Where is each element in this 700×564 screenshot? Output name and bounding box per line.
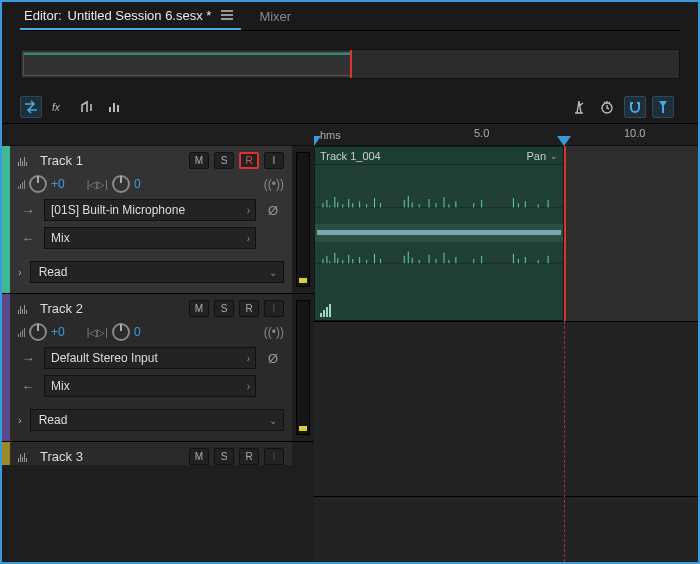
playhead-line[interactable]: [564, 321, 565, 562]
track-output-dropdown[interactable]: Mix ›: [44, 375, 256, 397]
stereo-track-icon: [18, 304, 27, 314]
waveform-left: [315, 165, 563, 224]
input-monitor-button[interactable]: I: [264, 152, 284, 169]
ruler-unit: hms: [320, 129, 341, 141]
toolbar-metronome-icon[interactable]: [568, 96, 590, 118]
track-headers-panel: Track 1 M S R I +0 |◁▷|: [2, 124, 314, 562]
tab-mixer[interactable]: Mixer: [255, 2, 295, 30]
chevron-right-icon: ›: [247, 233, 250, 244]
volume-value[interactable]: +0: [51, 177, 65, 191]
clip-name: Track 1_004: [320, 150, 381, 162]
pan-value[interactable]: 0: [134, 177, 141, 191]
automation-mode-dropdown[interactable]: Read ⌄: [30, 409, 284, 431]
mute-button[interactable]: M: [189, 300, 209, 317]
track-input-dropdown[interactable]: [01S] Built-in Microphone ›: [44, 199, 256, 221]
timeline-ruler[interactable]: hms 5.0 10.0: [314, 124, 698, 146]
chevron-right-icon: ›: [247, 353, 250, 364]
editor-menu-icon[interactable]: [217, 10, 237, 20]
svg-rect-1: [109, 107, 111, 112]
playhead-marker[interactable]: [557, 136, 571, 146]
clip-gain-rail[interactable]: [315, 224, 563, 242]
record-arm-button[interactable]: R: [239, 448, 259, 465]
chevron-down-icon[interactable]: ⌄: [546, 151, 558, 161]
toolbar-snap-icon[interactable]: [624, 96, 646, 118]
automation-mode-dropdown[interactable]: Read ⌄: [30, 261, 284, 283]
track-lane-2[interactable]: [314, 321, 698, 496]
input-arrow-icon: →: [18, 351, 38, 366]
track-output-dropdown[interactable]: Mix ›: [44, 227, 256, 249]
monitor-icon[interactable]: ((•)): [264, 325, 284, 339]
timeline-panel[interactable]: hms 5.0 10.0 Track 1_004 Pan ⌄: [314, 124, 698, 562]
input-arrow-icon: →: [18, 203, 38, 218]
audio-clip[interactable]: Track 1_004 Pan ⌄: [314, 146, 564, 321]
input-monitor-button[interactable]: I: [264, 300, 284, 317]
waveform-right: [315, 242, 563, 301]
record-arm-button[interactable]: R: [239, 152, 259, 169]
track-lane-1[interactable]: Track 1_004 Pan ⌄: [314, 146, 698, 321]
track-name[interactable]: Track 1: [40, 153, 181, 168]
chevron-right-icon: ›: [247, 205, 250, 216]
volume-icon: [18, 327, 25, 337]
overview-playhead[interactable]: [350, 50, 352, 78]
solo-button[interactable]: S: [214, 448, 234, 465]
mute-button[interactable]: M: [189, 152, 209, 169]
volume-icon: [18, 179, 25, 189]
volume-knob[interactable]: [29, 175, 47, 193]
tab-editor[interactable]: Editor: Untitled Session 6.sesx *: [20, 2, 241, 30]
pan-knob[interactable]: [112, 323, 130, 341]
track-name[interactable]: Track 3: [40, 449, 181, 464]
track-header-1[interactable]: Track 1 M S R I +0 |◁▷|: [2, 146, 314, 293]
track-name[interactable]: Track 2: [40, 301, 181, 316]
solo-button[interactable]: S: [214, 300, 234, 317]
solo-button[interactable]: S: [214, 152, 234, 169]
pan-icon: |◁▷|: [87, 179, 108, 190]
pan-icon: |◁▷|: [87, 327, 108, 338]
playhead-line[interactable]: [564, 146, 566, 321]
track-meter: [296, 300, 310, 435]
pan-knob[interactable]: [112, 175, 130, 193]
output-arrow-icon: ←: [18, 231, 38, 246]
monitor-icon[interactable]: ((•)): [264, 177, 284, 191]
volume-value[interactable]: +0: [51, 325, 65, 339]
track-meter: [296, 152, 310, 287]
session-overview[interactable]: [20, 49, 680, 79]
svg-rect-2: [113, 103, 115, 112]
toolbar-inputs-outputs-icon[interactable]: [20, 96, 42, 118]
track-color-strip: [2, 442, 10, 465]
track-color-strip: [2, 146, 10, 293]
track-toolbar: fx: [2, 91, 698, 123]
toolbar-playhead-icon[interactable]: [652, 96, 674, 118]
input-monitor-button[interactable]: I: [264, 448, 284, 465]
svg-text:fx: fx: [52, 102, 61, 113]
volume-knob[interactable]: [29, 323, 47, 341]
tab-mixer-label: Mixer: [259, 9, 291, 24]
record-arm-button[interactable]: R: [239, 300, 259, 317]
pan-value[interactable]: 0: [134, 325, 141, 339]
svg-rect-5: [662, 106, 664, 113]
session-name: Untitled Session 6.sesx *: [68, 8, 212, 23]
phase-invert-icon[interactable]: Ø: [262, 347, 284, 369]
track-lane-3[interactable]: [314, 496, 698, 556]
chevron-right-icon: ›: [247, 381, 250, 392]
toolbar-eq-icon[interactable]: [104, 96, 126, 118]
track-header-3[interactable]: Track 3 M S R I: [2, 442, 314, 465]
chevron-down-icon: ⌄: [269, 415, 277, 426]
chevron-down-icon: ⌄: [269, 267, 277, 278]
tab-editor-prefix: Editor:: [24, 8, 62, 23]
toolbar-fx-icon[interactable]: fx: [48, 96, 70, 118]
output-arrow-icon: ←: [18, 379, 38, 394]
mute-button[interactable]: M: [189, 448, 209, 465]
track-color-strip: [2, 294, 10, 441]
automation-expand-icon[interactable]: ›: [18, 266, 22, 278]
toolbar-clock-icon[interactable]: [596, 96, 618, 118]
toolbar-sends-icon[interactable]: [76, 96, 98, 118]
phase-invert-icon[interactable]: Ø: [262, 199, 284, 221]
track-input-dropdown[interactable]: Default Stereo Input ›: [44, 347, 256, 369]
clip-pan-label[interactable]: Pan: [526, 150, 546, 162]
track-header-2[interactable]: Track 2 M S R I +0 |◁▷|: [2, 294, 314, 441]
stereo-track-icon: [18, 156, 27, 166]
playhead-start-marker[interactable]: [314, 136, 321, 146]
stereo-track-icon: [18, 452, 27, 462]
overview-visible-region[interactable]: [23, 52, 352, 76]
automation-expand-icon[interactable]: ›: [18, 414, 22, 426]
